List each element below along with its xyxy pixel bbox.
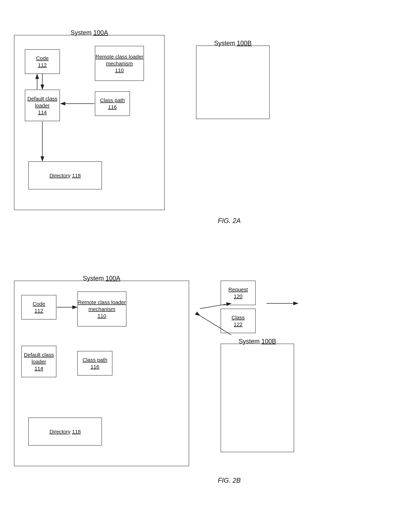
classpath-116-2b-label: Class path 116	[82, 356, 107, 370]
default-114-2b-box: Default class loader 114	[21, 346, 56, 377]
diagram-2a: System 100A Code 112 Remote class loader…	[14, 24, 270, 210]
system-100a-box: System 100A Code 112 Remote class loader…	[14, 35, 165, 210]
system-100b-label-2a: System 100B	[214, 40, 252, 47]
system-100a-2b-container: System 100A Code 112 Remote class loader	[14, 281, 189, 466]
system-100b-2b-label: System 100B	[239, 338, 276, 345]
default-114-2b-label: Default class loader 114	[24, 351, 54, 372]
remote-110-2b-label: Remote class loader mechanism 110	[78, 299, 126, 319]
request-120-box: Request 120	[221, 281, 256, 305]
classpath-116-label: Class path 116	[100, 97, 125, 110]
fig-2b-caption: FIG. 2B	[218, 477, 241, 484]
directory-118-2b-box: Directory 118	[28, 417, 102, 446]
remote-110-box: Remote class loader mechanism 110	[95, 46, 144, 81]
system-100b-2b-container: System 100B	[221, 344, 294, 452]
system-100a-container: System 100A Code 112 Remote class loader…	[14, 35, 165, 210]
classpath-116-box: Class path 116	[95, 91, 130, 116]
code-112-box: Code 112	[25, 49, 60, 74]
default-114-box: Default class loader 114	[25, 90, 60, 121]
directory-118-label: Directory 118	[50, 172, 81, 179]
system-100a-2b-box: System 100A Code 112 Remote class loader	[14, 281, 189, 466]
directory-118-2b-label: Directory 118	[50, 428, 81, 435]
system-100a-label: System 100A	[71, 29, 108, 36]
system-100b-container-2a: System 100B	[196, 35, 270, 119]
directory-118-box: Directory 118	[28, 161, 102, 189]
remote-110-label: Remote class loader mechanism 110	[95, 53, 143, 74]
request-120-label: Request 120	[228, 286, 248, 300]
system-100b-2b-box: System 100B	[221, 344, 294, 452]
fig-2a-caption: FIG. 2A	[218, 217, 241, 225]
system-100a-2b-label: System 100A	[83, 275, 120, 282]
page: System 100A Code 112 Remote class loader…	[0, 0, 406, 509]
code-112-label: Code 112	[36, 55, 49, 68]
outside-area-2b: Request 120 Class 122 System 100B	[221, 281, 294, 452]
code-112-2b-label: Code 112	[33, 300, 45, 314]
diagram-2b: System 100A Code 112 Remote class loader	[14, 270, 294, 466]
remote-110-2b-box: Remote class loader mechanism 110	[77, 291, 126, 326]
system-100b-box-2a: System 100B	[196, 45, 270, 119]
default-114-label: Default class loader 114	[27, 95, 58, 116]
class-122-box: Class 122	[221, 309, 256, 333]
code-112-2b-box: Code 112	[21, 295, 56, 319]
diagram-2b-wrapper: System 100A Code 112 Remote class loader	[14, 270, 294, 466]
class-122-label: Class 122	[232, 314, 245, 328]
classpath-116-2b-box: Class path 116	[77, 351, 112, 375]
